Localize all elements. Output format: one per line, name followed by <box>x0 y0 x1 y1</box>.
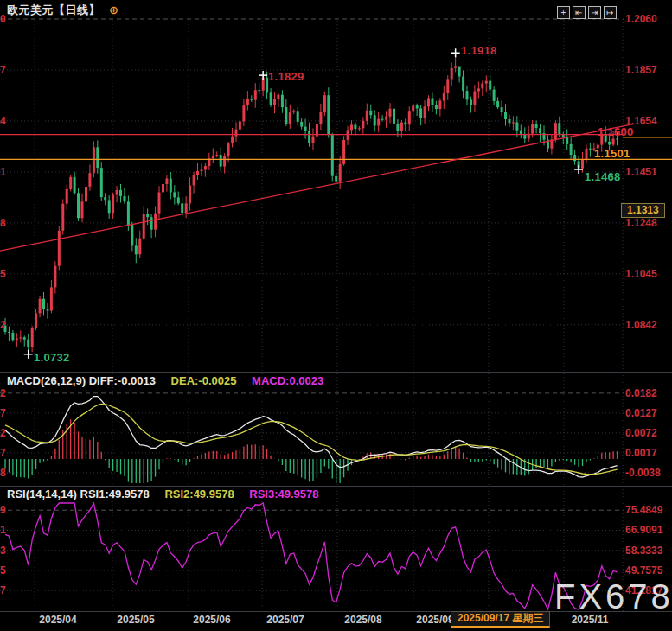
y-axis-label-clipped: 7 <box>0 407 9 419</box>
scale-right-icon[interactable]: ⇥ <box>588 6 601 19</box>
y-axis-label: 0.0072 <box>625 427 672 439</box>
y-axis-label-clipped: 8 <box>0 217 9 229</box>
high-annotation-1918: 1.1918 <box>461 44 497 57</box>
high-annotation-1829: 1.1829 <box>268 70 304 83</box>
macd-diff-value: MACD(26,12,9) DIFF:-0.0013 <box>7 374 156 387</box>
expand-icon[interactable]: ⊕ <box>109 3 118 16</box>
y-axis-label-clipped: 2 <box>0 387 9 399</box>
chart-title: 欧元美元【日线】 <box>7 3 100 18</box>
x-axis-label: 2025/08 <box>333 614 394 626</box>
y-axis-label: 1.0842 <box>625 319 672 331</box>
rsi3-value: RSI3:49.9578 <box>249 488 318 500</box>
y-axis-label-clipped: 5 <box>0 564 9 577</box>
resistance-level-label: 1.1600 <box>598 125 634 138</box>
macd-dea-value: DEA:-0.0025 <box>171 374 237 387</box>
rsi-header: RSI(14,14,14) RSI1:49.9578 RSI2:49.9578 … <box>7 488 331 500</box>
macd-header: MACD(26,12,9) DIFF:-0.0013 DEA:-0.0025 M… <box>7 374 336 387</box>
y-axis-label-clipped: 2 <box>0 319 9 331</box>
y-axis-label-clipped: 7 <box>0 447 9 459</box>
y-axis-label-clipped: 5 <box>0 268 9 280</box>
rsi1-value: RSI(14,14,14) RSI1:49.9578 <box>7 488 150 500</box>
y-axis-label-clipped: 7 <box>0 584 9 596</box>
y-axis-label: 1.1248 <box>625 217 672 229</box>
trading-chart-window: { "title_bar": { "title": "欧元美元【日线】", "e… <box>0 0 672 631</box>
crosshair-tool-icon[interactable]: + <box>557 6 570 19</box>
crosshair-price-box: 1.1313 <box>621 203 665 218</box>
jump-to-latest-icon[interactable]: ↦ <box>604 6 617 19</box>
y-axis-label: 58.3333 <box>625 545 672 557</box>
chart-canvas[interactable] <box>0 0 672 631</box>
y-axis-label: 66.9091 <box>625 524 672 536</box>
y-axis-label: 1.1857 <box>625 64 672 76</box>
low-annotation-0732: 1.0732 <box>34 351 70 364</box>
y-axis-label-clipped: 7 <box>0 64 9 76</box>
crosshair-date-box: 2025/09/17 星期三 <box>451 611 550 628</box>
y-axis-label: 0.0182 <box>625 387 672 399</box>
y-axis-label-clipped: 8 <box>0 467 9 479</box>
macd-macd-value: MACD:0.0023 <box>252 374 323 387</box>
y-axis-label: 1.1451 <box>625 166 672 178</box>
y-axis-label-clipped: 9 <box>0 504 9 516</box>
y-axis-label-clipped: 1 <box>0 166 9 178</box>
y-axis-label-clipped: 3 <box>0 545 9 557</box>
y-axis-label-clipped: 1 <box>0 524 9 536</box>
y-axis-label: 75.4849 <box>625 504 672 516</box>
y-axis-label: 0.0017 <box>625 447 672 459</box>
scale-left-icon[interactable]: ⇤ <box>573 6 586 19</box>
y-axis-label: 49.7575 <box>625 564 672 577</box>
low-annotation-1468: 1.1468 <box>585 170 621 183</box>
y-axis-label-clipped: 4 <box>0 115 9 127</box>
x-axis-label: 2025/04 <box>28 614 88 626</box>
x-axis-label: 2025/05 <box>106 614 166 626</box>
x-axis-label: 2025/06 <box>182 614 242 626</box>
y-axis-label: 1.1045 <box>625 268 672 280</box>
rsi2-value: RSI2:49.9578 <box>164 488 234 500</box>
support-level-label: 1.1501 <box>594 147 630 160</box>
y-axis-label: 0.0127 <box>625 407 672 419</box>
y-axis-label: -0.0038 <box>625 467 672 479</box>
fx678-watermark: FX678 <box>554 577 672 616</box>
x-axis-label: 2025/07 <box>255 614 316 626</box>
chart-toolbar: + ⇤ ⇥ ↦ <box>557 6 617 19</box>
y-axis-label-clipped: 2 <box>0 427 9 439</box>
